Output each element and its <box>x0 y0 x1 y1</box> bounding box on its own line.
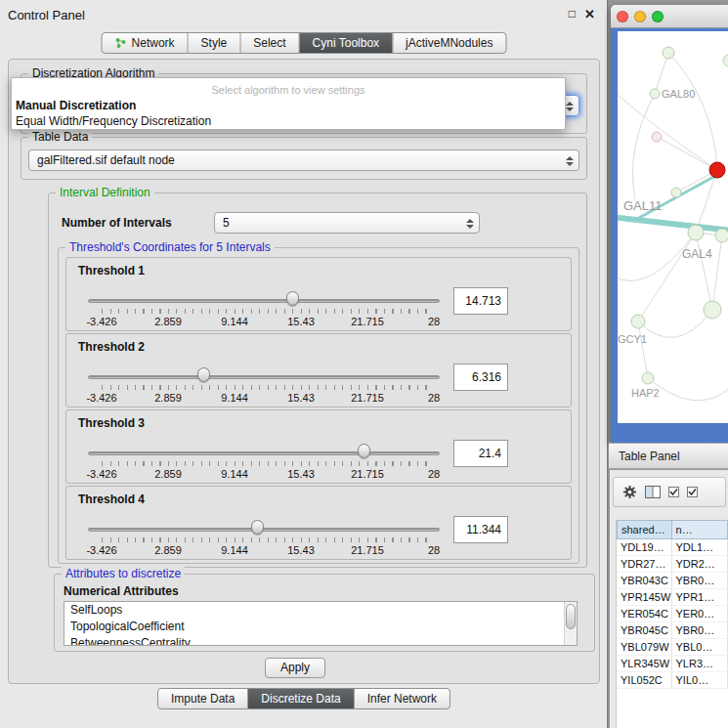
threshold-slider[interactable]: -3.4262.8599.14415.4321.71528 <box>102 444 434 489</box>
table-cell[interactable]: YBR043C <box>617 573 672 588</box>
network-node[interactable] <box>688 225 704 240</box>
tab-cyni-toolbox[interactable]: Cyni Toolbox <box>300 33 393 53</box>
close-traffic-light-icon[interactable] <box>617 11 628 22</box>
table-cell[interactable]: YIL052C <box>617 672 672 688</box>
list-item-selfloops[interactable]: SelfLoops <box>64 602 577 619</box>
table-row: YBL079WYBL0… <box>617 639 728 656</box>
node-label: HAP2 <box>631 387 660 399</box>
float-window-icon[interactable]: □ <box>569 7 576 21</box>
network-edge[interactable] <box>696 233 712 310</box>
network-node[interactable] <box>715 229 728 242</box>
threshold-slider[interactable]: -3.4262.8599.14415.4321.71528 <box>102 291 434 336</box>
close-icon[interactable]: ✕ <box>584 7 595 21</box>
network-node[interactable] <box>650 89 660 99</box>
list-item-betweennesscentrality[interactable]: BetweennessCentrality <box>64 635 577 646</box>
table-cell[interactable]: YDR2… <box>672 556 728 572</box>
scale-label: 2.859 <box>154 392 182 404</box>
top-tab-bar: NetworkStyleSelectCyni ToolboxjActiveMNo… <box>102 32 507 54</box>
table-cell[interactable]: YBR0… <box>672 573 728 588</box>
network-edge[interactable] <box>618 217 728 231</box>
slider-thumb[interactable] <box>358 444 370 458</box>
scale-label: 15.43 <box>287 392 315 404</box>
scale-label: 21.715 <box>351 392 384 404</box>
scale-label: -3.426 <box>86 468 116 480</box>
tab-infer-network[interactable]: Infer Network <box>355 689 450 708</box>
tab-discretize-data[interactable]: Discretize Data <box>248 689 354 708</box>
apply-button[interactable]: Apply <box>265 658 325 678</box>
list-scrollbar[interactable] <box>564 602 577 645</box>
tab-jactivemnodules[interactable]: jActiveMNodules <box>393 33 505 53</box>
table-cell[interactable]: YLR345W <box>617 656 672 671</box>
table-cell[interactable]: YBL079W <box>617 639 672 655</box>
table-cell[interactable]: YER054C <box>617 606 672 621</box>
table-cell[interactable]: YDL1… <box>672 539 728 555</box>
minimize-traffic-light-icon[interactable] <box>634 11 646 22</box>
group-title-table-data: Table Data <box>28 130 92 144</box>
table-cell[interactable]: YER0… <box>672 606 728 621</box>
column-header[interactable]: shared… <box>617 520 672 539</box>
tab-label: Discretize Data <box>261 692 340 706</box>
menu-item-manual-discretization[interactable]: Manual Discretization <box>12 98 565 113</box>
network-edge[interactable] <box>638 310 712 337</box>
table-cell[interactable]: YPR1… <box>672 589 728 605</box>
checkbox-icon[interactable] <box>687 487 698 497</box>
table-cell[interactable]: YDL19… <box>617 539 672 555</box>
slider-thumb[interactable] <box>251 520 264 535</box>
combobox-stepper-icon <box>565 99 575 114</box>
threshold-value-field[interactable]: 14.713 <box>453 287 508 315</box>
threshold-value-field[interactable]: 6.316 <box>453 364 508 391</box>
column-selector-icon[interactable] <box>645 486 661 498</box>
number-of-intervals-combobox[interactable]: 5 <box>214 212 480 234</box>
network-edge[interactable] <box>668 53 717 170</box>
network-edge[interactable] <box>648 378 728 401</box>
table-cell[interactable]: YBL0… <box>672 639 728 655</box>
network-edge[interactable] <box>638 321 648 378</box>
network-node[interactable] <box>709 162 725 178</box>
checkbox-icon[interactable] <box>668 487 679 497</box>
zoom-traffic-light-icon[interactable] <box>652 11 664 22</box>
network-window-titlebar <box>611 5 728 28</box>
table-cell[interactable]: YBR045C <box>617 622 672 638</box>
list-item-topologicalcoefficient[interactable]: TopologicalCoefficient <box>64 619 577 635</box>
tab-label: jActiveMNodules <box>406 36 492 50</box>
network-node[interactable] <box>652 132 662 142</box>
network-node[interactable] <box>631 315 645 328</box>
tab-network[interactable]: Network <box>103 33 189 53</box>
gear-icon[interactable] <box>622 485 637 499</box>
menu-item-equal-width-frequency-discretization[interactable]: Equal Width/Frequency Discretization <box>12 113 565 129</box>
table-cell[interactable]: YDR27… <box>617 556 672 572</box>
slider-thumb[interactable] <box>197 367 210 382</box>
network-canvas[interactable]: GAL80GAL11GAL4GCY1HAP2 <box>618 31 728 423</box>
threshold-slider[interactable]: -3.4262.8599.14415.4321.71528 <box>102 520 434 565</box>
control-panel-title: Control Panel <box>8 8 85 22</box>
network-node[interactable] <box>704 301 721 319</box>
threshold-value-field[interactable]: 21.4 <box>453 440 508 467</box>
tab-select[interactable]: Select <box>240 33 299 53</box>
tab-style[interactable]: Style <box>189 33 241 53</box>
column-header[interactable]: n… <box>672 520 728 539</box>
slider-ticks <box>102 385 434 390</box>
scrollbar-thumb[interactable] <box>566 604 576 629</box>
table-row: YLR345WYLR3… <box>617 656 728 672</box>
table-cell[interactable]: YBR0… <box>672 622 728 638</box>
table-panel: shared… n… YDL19…YDL1…YDR27…YDR2…YBR043C… <box>610 470 728 728</box>
network-edge[interactable] <box>618 90 717 170</box>
slider-thumb[interactable] <box>286 291 299 306</box>
network-node[interactable] <box>671 188 681 197</box>
threshold-slider[interactable]: -3.4262.8599.14415.4321.71528 <box>102 367 434 412</box>
network-edge[interactable] <box>712 236 722 310</box>
network-edge[interactable] <box>657 137 717 170</box>
table-cell[interactable]: YLR3… <box>672 656 728 671</box>
numerical-attributes-list[interactable]: SelfLoopsTopologicalCoefficientBetweenne… <box>64 601 578 646</box>
network-node[interactable] <box>663 47 674 59</box>
threshold-value-field[interactable]: 11.344 <box>453 516 508 543</box>
network-node[interactable] <box>642 372 654 384</box>
network-node[interactable] <box>723 55 728 66</box>
scale-label: 15.43 <box>287 316 315 327</box>
tab-impute-data[interactable]: Impute Data <box>158 689 248 708</box>
slider-scale-labels: -3.4262.8599.14415.4321.71528 <box>102 544 434 557</box>
table-cell[interactable]: YPR145W <box>617 589 672 605</box>
node-label: GCY1 <box>618 333 647 345</box>
table-data-combobox[interactable]: galFiltered.sif default node <box>28 150 579 171</box>
table-cell[interactable]: YIL0… <box>672 672 728 688</box>
